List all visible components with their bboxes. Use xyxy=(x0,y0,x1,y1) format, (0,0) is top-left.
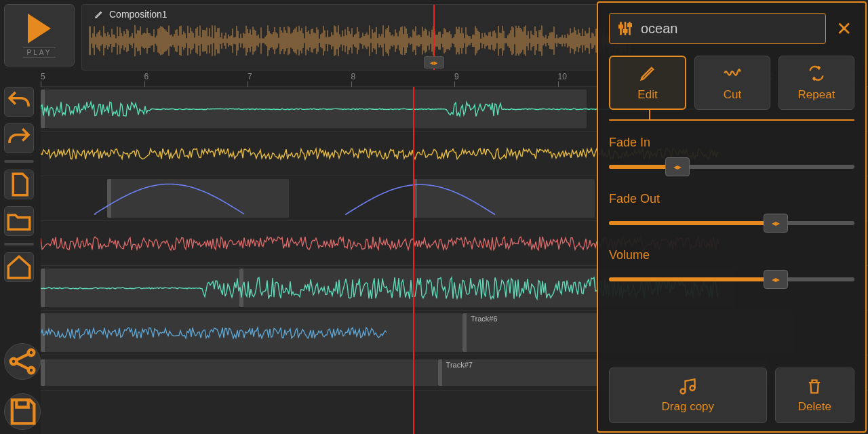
overview-waveform xyxy=(89,24,631,58)
play-icon xyxy=(28,14,51,43)
clip-6b-label: Track#6 xyxy=(471,315,497,323)
fade-out-slider[interactable]: ◂▸ xyxy=(609,213,854,233)
clip-name-input[interactable] xyxy=(641,21,818,37)
folder-icon xyxy=(5,207,33,235)
clip-3b[interactable] xyxy=(413,179,595,218)
wave-icon xyxy=(723,64,742,83)
volume-label: Volume xyxy=(609,248,854,262)
clip-name-box[interactable] xyxy=(609,13,826,44)
clip-7a[interactable] xyxy=(41,359,438,386)
svg-point-402 xyxy=(28,368,35,374)
play-label: PLAY xyxy=(23,47,56,58)
volume-slider[interactable]: ◂▸ xyxy=(609,269,854,290)
tab-repeat[interactable]: Repeat xyxy=(778,56,854,110)
close-panel-button[interactable]: ✕ xyxy=(833,18,854,40)
tab-cut-label: Cut xyxy=(724,88,741,102)
drag-copy-button[interactable]: Drag copy xyxy=(609,368,767,423)
redo-icon xyxy=(5,124,33,153)
clip-7b-label: Track#7 xyxy=(446,361,473,369)
file-icon xyxy=(5,170,33,199)
tab-edit[interactable]: Edit xyxy=(609,56,686,110)
fade-in-thumb[interactable]: ◂▸ xyxy=(665,157,690,176)
music-note-icon xyxy=(678,377,697,396)
repeat-icon xyxy=(807,64,826,83)
edit-panel: ✕ Edit Cut Repeat Fade In ◂▸ Fade Out ◂▸ xyxy=(597,1,867,433)
undo-button[interactable] xyxy=(4,87,34,117)
fade-in-slider[interactable]: ◂▸ xyxy=(609,157,854,177)
save-button[interactable] xyxy=(4,393,41,430)
redo-button[interactable] xyxy=(4,123,34,153)
undo-icon xyxy=(5,87,33,116)
drag-copy-label: Drag copy xyxy=(662,400,714,414)
overview-handle[interactable]: ◂▸ xyxy=(424,56,444,68)
pencil-icon xyxy=(638,64,657,83)
file-button[interactable] xyxy=(4,170,34,199)
fade-out-label: Fade Out xyxy=(609,192,854,206)
composition-name-text: Composition1 xyxy=(109,9,167,20)
clip-3a[interactable] xyxy=(107,179,289,218)
svg-point-400 xyxy=(11,359,17,365)
fade-out-thumb[interactable]: ◂▸ xyxy=(764,214,788,233)
playhead-cursor[interactable] xyxy=(413,87,414,434)
tab-cut[interactable]: Cut xyxy=(694,56,770,110)
volume-thumb[interactable]: ◂▸ xyxy=(764,270,788,289)
tab-repeat-label: Repeat xyxy=(798,88,835,102)
home-icon xyxy=(5,253,33,281)
clip-1[interactable] xyxy=(41,90,587,128)
tab-underline xyxy=(609,119,854,121)
pencil-icon xyxy=(94,9,104,19)
folder-button[interactable] xyxy=(4,206,34,236)
share-icon xyxy=(5,344,40,379)
mixer-icon xyxy=(616,20,634,37)
delete-button[interactable]: Delete xyxy=(775,368,854,423)
clip-6a[interactable] xyxy=(41,313,462,352)
save-icon xyxy=(5,394,40,429)
divider xyxy=(4,160,34,163)
trash-icon xyxy=(805,377,824,396)
delete-label: Delete xyxy=(798,400,831,414)
clip-5a[interactable] xyxy=(41,269,239,307)
left-toolbar xyxy=(4,87,35,430)
tab-edit-label: Edit xyxy=(637,88,657,102)
fade-in-label: Fade In xyxy=(609,136,854,150)
svg-point-401 xyxy=(28,350,35,356)
composition-title[interactable]: Composition1 xyxy=(94,9,167,20)
play-button[interactable]: PLAY xyxy=(4,4,75,66)
share-button[interactable] xyxy=(4,343,41,380)
home-button[interactable] xyxy=(4,252,34,282)
divider xyxy=(4,243,34,245)
